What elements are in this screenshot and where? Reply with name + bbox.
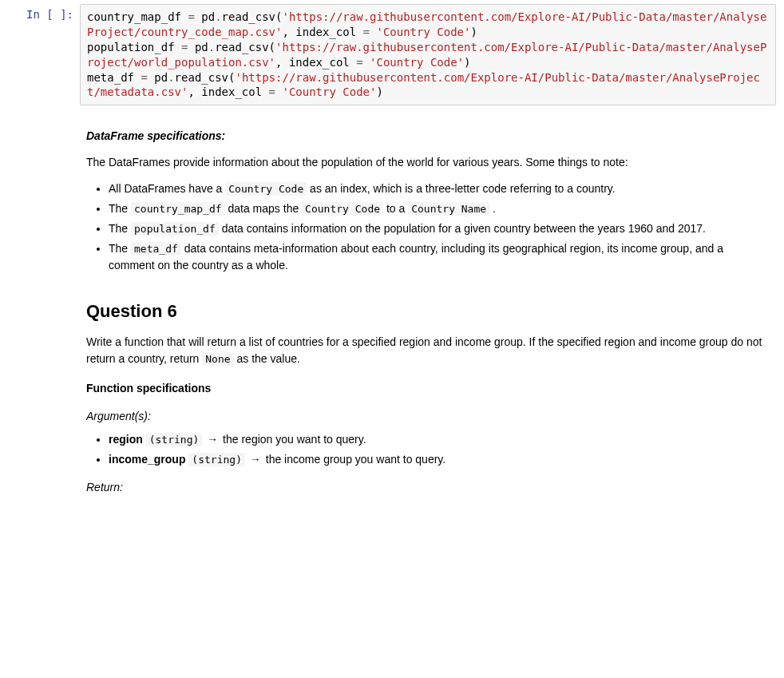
module: pd bbox=[201, 10, 215, 23]
arg-type: (string) bbox=[146, 433, 203, 446]
text: to a bbox=[383, 202, 408, 215]
dot: . bbox=[215, 10, 221, 23]
operator: = bbox=[134, 71, 154, 84]
module: pd bbox=[154, 71, 168, 84]
comma: , bbox=[188, 85, 201, 98]
kwarg: index_col bbox=[295, 26, 356, 38]
paren: ) bbox=[376, 85, 382, 98]
text: data contains meta-information about eac… bbox=[109, 242, 723, 272]
comma: , bbox=[275, 56, 289, 69]
operator: = bbox=[181, 10, 201, 23]
list-item: region (string) → the region you want to… bbox=[109, 431, 770, 448]
empty-prompt bbox=[8, 113, 80, 502]
text: The bbox=[109, 242, 131, 255]
kwarg: index_col bbox=[201, 85, 262, 98]
paren: ) bbox=[464, 56, 470, 69]
operator: = bbox=[356, 26, 376, 38]
inline-code: meta_df bbox=[131, 242, 181, 256]
list-item: All DataFrames have a Country Code as an… bbox=[109, 180, 770, 197]
arguments-list: region (string) → the region you want to… bbox=[86, 431, 770, 468]
func: read_csv bbox=[175, 71, 228, 84]
operator: = bbox=[262, 85, 282, 98]
markdown-cell: DataFrame specifications: The DataFrames… bbox=[8, 109, 776, 506]
paren: ( bbox=[269, 41, 275, 54]
var-name: meta_df bbox=[87, 71, 134, 84]
text: All DataFrames have a bbox=[109, 182, 225, 195]
list-item: The country_map_df data maps the Country… bbox=[109, 200, 770, 217]
return-heading: Return: bbox=[86, 479, 770, 496]
text: . bbox=[489, 202, 496, 215]
operator: = bbox=[175, 41, 195, 54]
spec-list: All DataFrames have a Country Code as an… bbox=[86, 180, 770, 274]
question-heading: Question 6 bbox=[86, 298, 770, 324]
list-item: The meta_df data contains meta-informati… bbox=[109, 240, 770, 274]
inline-code: None bbox=[202, 352, 233, 366]
input-prompt: In [ ]: bbox=[8, 4, 80, 105]
text: The bbox=[109, 222, 131, 235]
dot: . bbox=[168, 71, 174, 84]
dataframe-spec-heading: DataFrame specifications: bbox=[86, 128, 770, 145]
question-text: Write a function that will return a list… bbox=[86, 334, 770, 367]
list-item: income_group (string) → the income group… bbox=[109, 451, 770, 468]
module: pd bbox=[195, 41, 208, 54]
var-name: country_map_df bbox=[87, 10, 181, 23]
var-name: population_df bbox=[87, 41, 175, 54]
arg-name: income_group bbox=[109, 453, 185, 466]
inline-code: Country Name bbox=[408, 202, 489, 216]
text: data contains information on the populat… bbox=[219, 222, 706, 235]
func: read_csv bbox=[222, 10, 275, 23]
operator: = bbox=[350, 56, 370, 69]
inline-code: Country Code bbox=[302, 202, 383, 216]
arrow-icon: → bbox=[202, 433, 223, 446]
text: The bbox=[109, 202, 131, 215]
text: as an index, which is a three-letter cod… bbox=[307, 182, 616, 195]
arguments-heading: Argument(s): bbox=[86, 408, 770, 425]
function-spec-heading: Function specifications bbox=[86, 380, 770, 397]
inline-code: population_df bbox=[131, 222, 219, 236]
arg-desc: the region you want to query. bbox=[223, 433, 366, 446]
paren: ) bbox=[470, 26, 477, 38]
string: 'Country Code' bbox=[376, 26, 470, 38]
markdown-content: DataFrame specifications: The DataFrames… bbox=[80, 113, 776, 502]
arrow-icon: → bbox=[245, 453, 266, 466]
dot: . bbox=[208, 41, 215, 54]
code-input-area[interactable]: country_map_df = pd.read_csv('https://ra… bbox=[80, 4, 776, 105]
code-cell[interactable]: In [ ]: country_map_df = pd.read_csv('ht… bbox=[8, 0, 776, 109]
text: data maps the bbox=[225, 202, 303, 215]
kwarg: index_col bbox=[289, 56, 350, 69]
arg-name: region bbox=[109, 433, 143, 446]
string: 'Country Code' bbox=[370, 56, 464, 69]
func: read_csv bbox=[215, 41, 268, 54]
inline-code: country_map_df bbox=[131, 202, 225, 216]
intro-text: The DataFrames provide information about… bbox=[86, 154, 770, 171]
text: as the value. bbox=[234, 352, 300, 365]
comma: , bbox=[282, 26, 295, 38]
text: Write a function that will return a list… bbox=[86, 335, 762, 365]
arg-desc: the income group you want to query. bbox=[266, 453, 445, 466]
arg-type: (string) bbox=[188, 453, 245, 466]
inline-code: Country Code bbox=[225, 182, 307, 196]
list-item: The population_df data contains informat… bbox=[109, 220, 770, 237]
string: 'Country Code' bbox=[282, 85, 376, 98]
